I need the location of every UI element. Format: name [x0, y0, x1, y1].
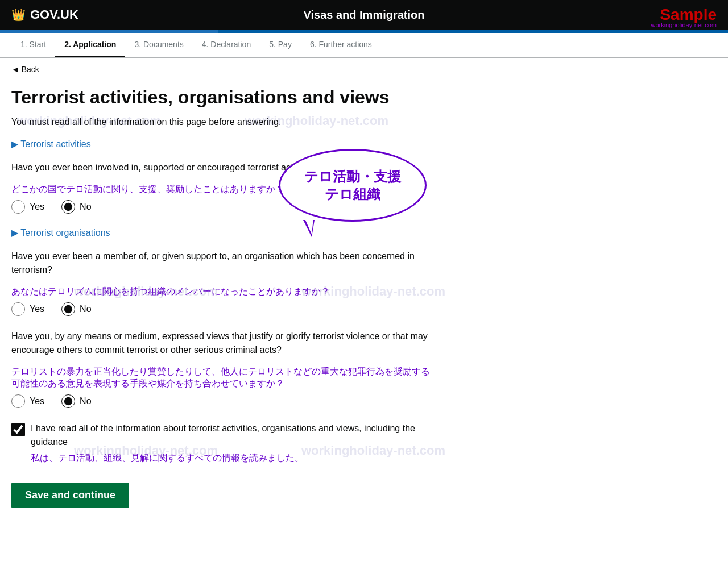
- info-text: You must read all of the information on …: [11, 117, 432, 127]
- terrorist-organisations-link[interactable]: ▶ Terrorist organisations: [11, 227, 432, 238]
- question-2-jp: あなたはテロリズムに関心を持つ組織のメンバーになったことがありますか？: [11, 286, 432, 298]
- crown-icon: 👑: [11, 8, 26, 22]
- speech-bubble-line1: テロ活動・支援: [292, 168, 413, 185]
- checkbox-read-input[interactable]: [11, 423, 25, 436]
- gov-logo-text: GOV.UK: [30, 7, 78, 22]
- header-watermark: workingholiday-net.com: [651, 22, 717, 28]
- radio-no-2-label: No: [80, 304, 91, 314]
- radio-no-2-input[interactable]: [61, 302, 75, 316]
- main-content: テロ活動・支援 テロ組織 Terrorist activities, organ…: [0, 81, 444, 531]
- radio-yes-1-input[interactable]: [11, 200, 25, 214]
- radio-no-1-label: No: [80, 202, 91, 212]
- radio-no-3-label: No: [80, 396, 91, 406]
- section-terrorist-organisations: ▶ Terrorist organisations Have you ever …: [11, 227, 432, 316]
- nav-tabs: 1. Start 2. Application 3. Documents 4. …: [0, 33, 728, 58]
- tab-application[interactable]: 2. Application: [55, 33, 125, 57]
- tab-pay[interactable]: 5. Pay: [260, 33, 301, 57]
- checkbox-read-jp-label: 私は、テロ活動、組織、見解に関するすべての情報を読みました。: [31, 452, 432, 464]
- radio-no-3[interactable]: No: [61, 394, 91, 408]
- radio-no-3-input[interactable]: [61, 394, 75, 408]
- speech-bubble: テロ活動・支援 テロ組織: [279, 149, 427, 222]
- radio-yes-3-label: Yes: [30, 396, 44, 406]
- tab-declaration[interactable]: 4. Declaration: [193, 33, 260, 57]
- header: 👑 GOV.UK Visas and Immigration Sample wo…: [0, 0, 728, 30]
- radio-yes-1[interactable]: Yes: [11, 200, 44, 214]
- radio-yes-2-input[interactable]: [11, 302, 25, 316]
- radio-group-2: Yes No: [11, 302, 432, 316]
- checkbox-read-label-container: I have read all of the information about…: [31, 422, 432, 469]
- radio-yes-3-input[interactable]: [11, 394, 25, 408]
- speech-bubble-line2: テロ組織: [292, 185, 413, 203]
- question-3: Have you, by any means or medium, expres…: [11, 330, 432, 357]
- question-3-jp: テロリストの暴力を正当化したり賞賛したりして、他人にテロリストなどの重大な犯罪行…: [11, 366, 432, 390]
- radio-no-1-input[interactable]: [61, 200, 75, 214]
- back-link[interactable]: ◄ Back: [0, 58, 51, 81]
- radio-no-2[interactable]: No: [61, 302, 91, 316]
- question-2: Have you ever been a member of, or given…: [11, 249, 432, 277]
- terrorist-activities-link[interactable]: ▶ Terrorist activities: [11, 139, 432, 149]
- radio-no-1[interactable]: No: [61, 200, 91, 214]
- gov-logo: 👑 GOV.UK: [11, 7, 78, 22]
- radio-yes-2[interactable]: Yes: [11, 302, 44, 316]
- radio-yes-2-label: Yes: [30, 304, 44, 314]
- tab-start[interactable]: 1. Start: [11, 33, 55, 57]
- checkbox-read-label: I have read all of the information about…: [31, 423, 415, 447]
- radio-yes-1-label: Yes: [30, 202, 44, 212]
- speech-bubble-container: テロ活動・支援 テロ組織: [279, 149, 427, 222]
- header-title: Visas and Immigration: [303, 9, 424, 22]
- radio-yes-3[interactable]: Yes: [11, 394, 44, 408]
- save-continue-button[interactable]: Save and continue: [11, 483, 129, 508]
- checkbox-read-info: I have read all of the information about…: [11, 422, 432, 469]
- speech-bubble-text: テロ活動・支援 テロ組織: [292, 168, 413, 203]
- tab-further-actions[interactable]: 6. Further actions: [301, 33, 381, 57]
- page-title: Terrorist activities, organisations and …: [11, 86, 432, 108]
- section-views: Have you, by any means or medium, expres…: [11, 330, 432, 408]
- radio-group-3: Yes No: [11, 394, 432, 408]
- tab-documents[interactable]: 3. Documents: [125, 33, 192, 57]
